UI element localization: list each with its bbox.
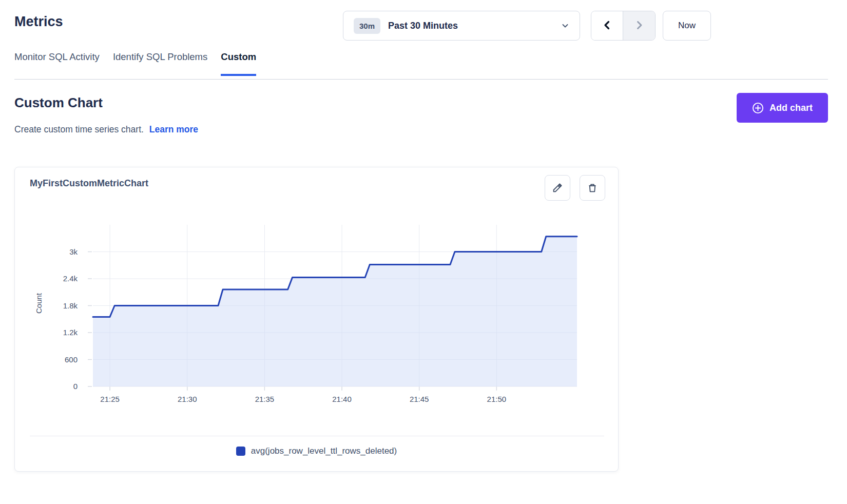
tab-monitor-sql-activity[interactable]: Monitor SQL Activity bbox=[14, 51, 100, 76]
y-tick-label: 0 bbox=[15, 382, 78, 391]
y-tick-label: 1.2k bbox=[15, 328, 78, 337]
chevron-left-icon bbox=[602, 20, 612, 32]
plus-circle-icon bbox=[752, 102, 764, 114]
edit-chart-button[interactable] bbox=[545, 175, 570, 201]
time-range-badge: 30m bbox=[354, 18, 380, 34]
tab-custom[interactable]: Custom bbox=[221, 51, 256, 76]
time-prev-button[interactable] bbox=[591, 11, 623, 40]
learn-more-link[interactable]: Learn more bbox=[149, 124, 198, 134]
tabs-divider bbox=[14, 79, 828, 80]
x-tick-label: 21:50 bbox=[478, 395, 514, 403]
time-series-plot[interactable] bbox=[82, 219, 585, 396]
page-title: Metrics bbox=[14, 14, 63, 30]
x-tick-label: 21:45 bbox=[401, 395, 437, 403]
chevron-down-icon bbox=[561, 22, 569, 30]
y-tick-label: 2.4k bbox=[15, 274, 78, 283]
card-divider bbox=[30, 436, 604, 436]
add-chart-button[interactable]: Add chart bbox=[737, 93, 828, 123]
time-range-picker[interactable]: 30m Past 30 Minutes bbox=[343, 11, 580, 41]
now-button[interactable]: Now bbox=[663, 11, 711, 41]
x-tick-label: 21:40 bbox=[324, 395, 360, 403]
chart-title: MyFirstCustomMetricChart bbox=[30, 178, 148, 189]
y-tick-label: 3k bbox=[15, 247, 78, 256]
chevron-right-icon bbox=[634, 20, 644, 32]
section-heading: Custom Chart bbox=[14, 95, 103, 111]
tab-identify-sql-problems[interactable]: Identify SQL Problems bbox=[113, 51, 207, 76]
section-description: Create custom time series chart. Learn m… bbox=[14, 124, 198, 135]
legend-swatch bbox=[236, 447, 245, 456]
chart-legend: avg(jobs_row_level_ttl_rows_deleted) bbox=[15, 446, 618, 456]
y-axis-label: Count bbox=[34, 293, 43, 314]
add-chart-label: Add chart bbox=[769, 103, 813, 113]
delete-chart-button[interactable] bbox=[580, 175, 605, 201]
legend-label: avg(jobs_row_level_ttl_rows_deleted) bbox=[251, 446, 397, 456]
x-tick-label: 21:35 bbox=[246, 395, 282, 403]
x-tick-label: 21:30 bbox=[169, 395, 205, 403]
section-description-text: Create custom time series chart. bbox=[14, 124, 144, 134]
time-nav-group bbox=[591, 11, 656, 41]
y-tick-label: 1.8k bbox=[15, 301, 78, 310]
trash-icon bbox=[587, 182, 598, 193]
time-range-label: Past 30 Minutes bbox=[388, 21, 458, 31]
x-tick-label: 21:25 bbox=[92, 395, 128, 403]
y-tick-label: 600 bbox=[15, 355, 78, 364]
pencil-icon bbox=[552, 182, 563, 193]
metrics-page: Metrics 30m Past 30 Minutes Now Monitor … bbox=[0, 0, 847, 504]
time-next-button[interactable] bbox=[623, 11, 655, 40]
tab-bar: Monitor SQL Activity Identify SQL Proble… bbox=[14, 51, 256, 76]
custom-chart-card: MyFirstCustomMetricChart 06001.2k1.8k2.4… bbox=[14, 167, 619, 472]
